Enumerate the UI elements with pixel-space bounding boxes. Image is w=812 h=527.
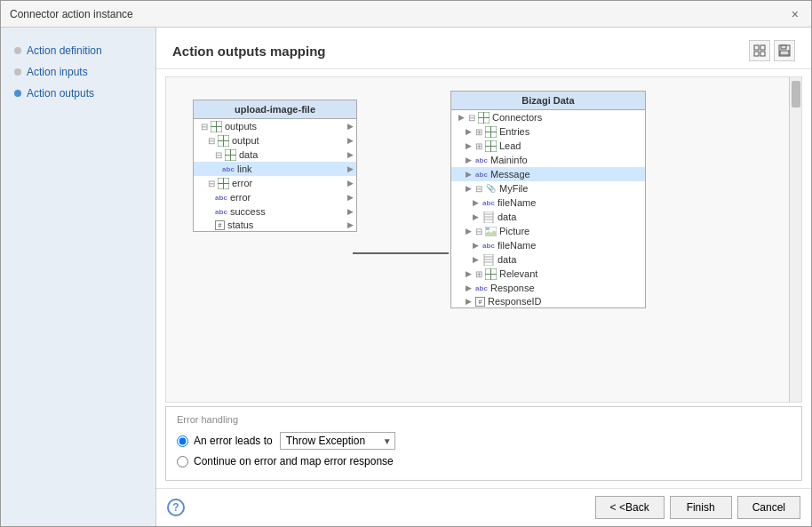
throw-exception-dropdown[interactable]: Throw Exception Continue Terminate [280, 432, 395, 450]
hash-icon: # [475, 297, 485, 307]
image-icon [484, 225, 497, 237]
throw-exception-dropdown-wrapper: Throw Exception Continue Terminate ▼ [273, 432, 395, 450]
left-arrow-indicator: ▶ [473, 198, 479, 207]
right-panel: Bizagi Data ▶ ⊟ Connectors [450, 91, 646, 308]
error-handling-title: Error handling [177, 414, 791, 425]
svg-rect-3 [760, 52, 765, 56]
tree-row: # status ▶ [194, 219, 356, 231]
left-arrow-indicator: ▶ [466, 283, 472, 292]
toolbar-save-button[interactable] [774, 40, 795, 61]
expand-icon[interactable]: ⊟ [468, 113, 475, 123]
sidebar-label-action-definition: Action definition [27, 44, 102, 57]
tree-row: abc error ▶ [194, 190, 356, 204]
dialog-footer: ? < <Back Finish Cancel [156, 488, 811, 526]
toolbar [749, 40, 795, 61]
left-arrow-indicator: ▶ [466, 269, 472, 278]
tree-row: abc link ▶ [194, 162, 356, 176]
expand-icon[interactable]: ⊟ [208, 136, 215, 146]
error-option-1-label: An error leads to [194, 435, 273, 447]
tree-row: ▶ ⊟ 📎 MyFile [451, 181, 645, 196]
right-arrow[interactable]: ▶ [347, 150, 354, 159]
abc-icon: abc [475, 168, 488, 180]
expand-icon[interactable]: ⊟ [215, 150, 222, 160]
row-label: data [498, 254, 516, 265]
tree-row: ▶ abc Response [451, 281, 645, 295]
scroll-thumb[interactable] [792, 81, 800, 108]
mapping-scroll[interactable]: upload-image-file ⊟ outputs ▶ [175, 86, 792, 393]
left-arrow-indicator: ▶ [473, 212, 479, 221]
help-button[interactable]: ? [167, 499, 185, 516]
clip-icon: 📎 [484, 182, 497, 195]
sidebar-item-action-definition[interactable]: Action definition [10, 41, 147, 60]
right-arrow[interactable]: ▶ [347, 164, 354, 173]
expand-icon[interactable]: ⊟ [208, 179, 215, 188]
footer-buttons: < <Back Finish Cancel [595, 496, 800, 519]
expand-icon[interactable]: ⊟ [201, 122, 208, 132]
right-panel-header: Bizagi Data [451, 92, 645, 110]
cancel-button[interactable]: Cancel [737, 496, 800, 519]
abc-icon: abc [215, 191, 227, 204]
right-arrow[interactable]: ▶ [347, 136, 354, 145]
row-label: error [232, 178, 252, 188]
sidebar-item-action-outputs[interactable]: Action outputs [10, 84, 147, 103]
tree-row: ▶ data [451, 252, 645, 267]
tree-row: ⊟ data ▶ [194, 148, 356, 162]
finish-button[interactable]: Finish [670, 496, 732, 519]
page-title: Action outputs mapping [172, 44, 325, 59]
tree-row: ▶ data [451, 210, 645, 224]
right-arrow[interactable]: ▶ [347, 179, 354, 188]
row-label: outputs [225, 121, 257, 132]
row-label: success [230, 206, 266, 217]
grid-icon [477, 111, 490, 124]
sidebar-dot-active [14, 90, 21, 97]
left-arrow-indicator: ▶ [458, 113, 465, 122]
error-radio-2[interactable] [177, 456, 188, 467]
close-button[interactable]: × [788, 8, 802, 20]
abc-icon: abc [475, 154, 488, 166]
row-label: MyFile [499, 183, 528, 194]
toolbar-expand-button[interactable] [749, 40, 770, 61]
sidebar-label-action-outputs: Action outputs [27, 87, 94, 100]
right-arrow[interactable]: ▶ [347, 193, 354, 202]
abc-icon: abc [222, 163, 235, 175]
left-arrow-indicator: ▶ [466, 184, 472, 193]
error-radio-1[interactable] [177, 435, 188, 447]
abc-icon: abc [482, 239, 495, 252]
svg-rect-5 [781, 45, 786, 49]
error-option-1-row: An error leads to Throw Exception Contin… [177, 432, 791, 450]
error-handling-section: Error handling An error leads to Throw E… [165, 406, 802, 481]
error-option-2-label: Continue on error and map error response [194, 455, 394, 467]
tree-row: ▶ ⊞ Lead [451, 139, 645, 153]
hash-icon: # [215, 220, 225, 230]
right-arrow[interactable]: ▶ [347, 220, 354, 229]
content-area: Action definition Action inputs Action o… [1, 28, 811, 526]
main-header: Action outputs mapping [156, 28, 811, 69]
row-label: Message [490, 169, 530, 180]
left-arrow-indicator: ▶ [466, 156, 472, 164]
expand-icon[interactable]: ⊟ [475, 227, 482, 236]
back-button[interactable]: < <Back [595, 496, 665, 519]
vertical-scrollbar[interactable] [789, 77, 801, 402]
tree-row: ▶ abc Maininfo [451, 153, 645, 167]
tree-row: ▶ abc Message [451, 167, 645, 181]
row-label: Response [490, 283, 535, 293]
tree-row: ▶ ⊟ Picture [451, 224, 645, 238]
scroll-track [790, 77, 801, 402]
left-arrow-indicator: ▶ [473, 241, 479, 250]
sidebar-label-action-inputs: Action inputs [27, 66, 88, 78]
row-label: Picture [499, 226, 529, 236]
grid-icon [217, 177, 229, 189]
sidebar: Action definition Action inputs Action o… [1, 28, 156, 526]
abc-icon: abc [215, 205, 227, 218]
expand-icon[interactable]: ⊞ [475, 269, 482, 279]
expand-icon[interactable]: ⊟ [475, 184, 482, 194]
svg-rect-2 [754, 52, 759, 56]
row-label: data [239, 149, 258, 160]
expand-icon[interactable]: ⊞ [475, 141, 482, 151]
expand-icon[interactable]: ⊞ [475, 127, 482, 137]
svg-rect-6 [780, 51, 789, 55]
right-arrow[interactable]: ▶ [347, 207, 354, 216]
right-arrow[interactable]: ▶ [347, 122, 354, 131]
sidebar-item-action-inputs[interactable]: Action inputs [10, 62, 147, 82]
mapping-area: upload-image-file ⊟ outputs ▶ [165, 76, 802, 403]
